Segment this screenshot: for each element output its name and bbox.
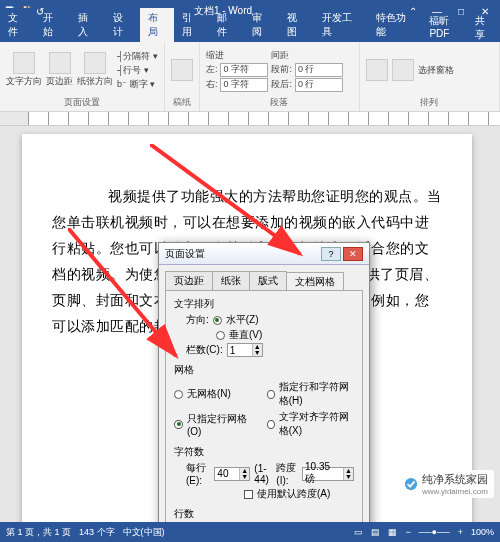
tab-design[interactable]: 设计 — [105, 8, 140, 42]
tab-review[interactable]: 审阅 — [244, 8, 279, 42]
dialog-title-text: 页面设置 — [165, 247, 321, 261]
tab-devtools[interactable]: 开发工具 — [314, 8, 368, 42]
group-paragraph: 缩进 间距 左:0 字符 段前:0 行 右:0 字符 段后:0 行 段落 — [200, 42, 360, 111]
chars-per-line-input[interactable]: 40▲▼ — [214, 467, 250, 481]
watermark: 纯净系统家园 www.yidaimei.com — [398, 470, 494, 498]
line-numbers-menu[interactable]: ┤行号 ▾ — [117, 64, 158, 77]
wrap-text-icon[interactable] — [392, 59, 414, 81]
group-paper: 稿纸 — [165, 42, 200, 111]
indent-left-input[interactable]: 0 字符 — [220, 63, 268, 77]
tab-insert[interactable]: 插入 — [70, 8, 105, 42]
ribbon-tabs: 文件 开始 插入 设计 布局 引用 邮件 审阅 视图 开发工具 特色功能 福昕P… — [0, 22, 500, 42]
tab-mailings[interactable]: 邮件 — [209, 8, 244, 42]
view-web-icon[interactable]: ▦ — [388, 527, 397, 537]
radio-align-char-grid[interactable] — [267, 420, 275, 429]
tab-view[interactable]: 视图 — [279, 8, 314, 42]
radio-vertical[interactable] — [216, 331, 225, 340]
tab-foxit[interactable]: 福昕PDF — [421, 11, 475, 42]
status-page[interactable]: 第 1 页，共 1 页 — [6, 526, 71, 539]
ruler[interactable] — [0, 112, 500, 126]
zoom-slider[interactable]: ──●── — [419, 527, 450, 537]
tab-home[interactable]: 开始 — [35, 8, 70, 42]
zoom-out-button[interactable]: − — [405, 527, 410, 537]
radio-no-grid[interactable] — [174, 390, 183, 399]
document-workspace: 视频提供了功能强大的方法帮助您证明您的观点。当您单击联机视频时，可以在想要添加的… — [0, 126, 500, 522]
dlg-tab-grid[interactable]: 文档网格 — [286, 272, 344, 291]
hyphenation-menu[interactable]: b⁻ 断字 ▾ — [117, 78, 158, 91]
manuscript-icon[interactable] — [171, 59, 193, 81]
section-text-arrange: 文字排列 方向: 水平(Z) 垂直(V) 栏数(C): 1▲▼ — [174, 297, 354, 357]
position-icon[interactable] — [366, 59, 388, 81]
status-bar: 第 1 页，共 1 页 143 个字 中文(中国) ▭ ▤ ▦ − ──●── … — [0, 522, 500, 542]
default-pitch-checkbox[interactable] — [244, 490, 253, 499]
margins-icon[interactable] — [49, 52, 71, 74]
radio-line-char-grid[interactable] — [267, 390, 275, 399]
watermark-brand: 纯净系统家园 — [422, 472, 488, 487]
columns-input[interactable]: 1▲▼ — [227, 343, 263, 357]
view-print-icon[interactable]: ▤ — [371, 527, 380, 537]
status-lang[interactable]: 中文(中国) — [123, 526, 165, 539]
zoom-in-button[interactable]: + — [458, 527, 463, 537]
selection-pane-button[interactable]: 选择窗格 — [418, 64, 454, 77]
dialog-tabs: 页边距 纸张 版式 文档网格 — [165, 271, 363, 290]
radio-horizontal[interactable] — [213, 316, 222, 325]
group-arrange: 选择窗格 排列 — [360, 42, 500, 111]
dlg-tab-paper[interactable]: 纸张 — [212, 271, 250, 290]
section-grid: 网格 无网格(N) 指定行和字符网格(H) 只指定行网格(O) 文字对齐字符网格… — [174, 363, 354, 439]
breaks-menu[interactable]: ┤分隔符 ▾ — [117, 50, 158, 63]
share-button[interactable]: 共享 — [475, 14, 500, 42]
group-page-label: 页面设置 — [6, 96, 158, 109]
dialog-titlebar[interactable]: 页面设置 ? ✕ — [159, 243, 369, 265]
section-chars: 字符数 每行(E): 40▲▼ (1-44) 跨度(I): 10.35 磅▲▼ … — [174, 445, 354, 501]
indent-right-input[interactable]: 0 字符 — [220, 78, 268, 92]
text-direction-icon[interactable] — [13, 52, 35, 74]
section-lines: 行数 每页(R): 44▲▼ (1-49) 跨度(T): 15.6 磅▲▼ — [174, 507, 354, 522]
watermark-url: www.yidaimei.com — [422, 487, 488, 496]
watermark-icon — [404, 477, 418, 491]
space-after-input[interactable]: 0 行 — [295, 78, 343, 92]
tab-file[interactable]: 文件 — [0, 8, 35, 42]
space-before-input[interactable]: 0 行 — [295, 63, 343, 77]
dlg-tab-layout[interactable]: 版式 — [249, 271, 287, 290]
radio-line-only-grid[interactable] — [174, 420, 183, 429]
tab-special[interactable]: 特色功能 — [368, 8, 422, 42]
ribbon-body: 文字方向 页边距 纸张方向 ┤分隔符 ▾ ┤行号 ▾ b⁻ 断字 ▾ 页面设置 … — [0, 42, 500, 112]
status-words[interactable]: 143 个字 — [79, 526, 115, 539]
tab-layout[interactable]: 布局 — [140, 8, 175, 42]
char-pitch-input[interactable]: 10.35 磅▲▼ — [302, 467, 354, 481]
group-page-setup: 文字方向 页边距 纸张方向 ┤分隔符 ▾ ┤行号 ▾ b⁻ 断字 ▾ 页面设置 — [0, 42, 165, 111]
dialog-help-button[interactable]: ? — [321, 247, 341, 261]
orientation-icon[interactable] — [84, 52, 106, 74]
dialog-close-button[interactable]: ✕ — [343, 247, 363, 261]
tab-references[interactable]: 引用 — [174, 8, 209, 42]
page-setup-dialog: 页面设置 ? ✕ 页边距 纸张 版式 文档网格 文字排列 方向: 水平(Z) 垂… — [158, 242, 370, 522]
svg-point-2 — [405, 478, 417, 490]
dlg-tab-margins[interactable]: 页边距 — [165, 271, 213, 290]
zoom-level[interactable]: 100% — [471, 527, 494, 537]
view-read-icon[interactable]: ▭ — [354, 527, 363, 537]
